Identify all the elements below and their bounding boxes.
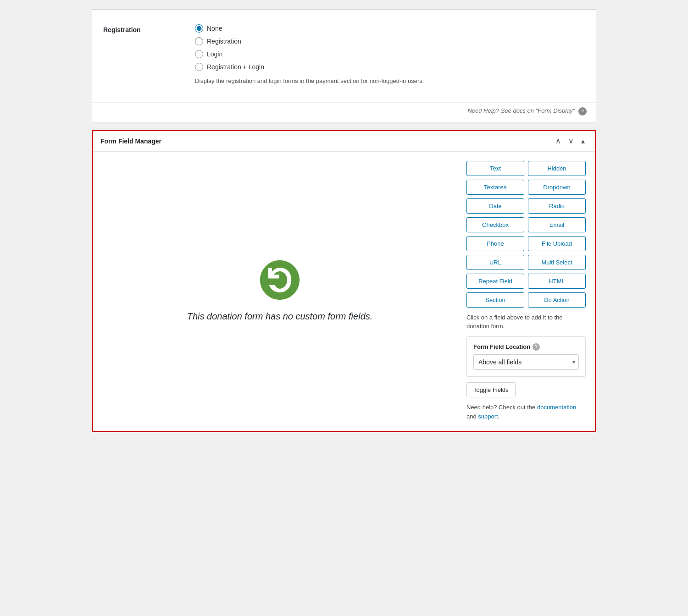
registration-label: Registration xyxy=(103,24,195,33)
ffm-empty-state: This donation form has no custom form fi… xyxy=(102,161,457,422)
givewp-logo xyxy=(259,259,300,301)
location-select-wrapper: Above all fields Below all fields ▾ xyxy=(473,354,579,370)
help-icon[interactable]: ? xyxy=(578,107,587,116)
radio-reg-login-label: Registration + Login xyxy=(207,63,264,71)
radio-reg-login[interactable]: Registration + Login xyxy=(195,63,585,71)
field-btn-multi-select[interactable]: Multi Select xyxy=(528,255,586,270)
field-location-box: Form Field Location ? Above all fields B… xyxy=(466,336,586,377)
field-btn-radio[interactable]: Radio xyxy=(528,198,586,214)
toggle-fields-button[interactable]: Toggle Fields xyxy=(466,382,516,397)
field-btn-do-action[interactable]: Do Action xyxy=(528,292,586,308)
registration-description: Display the registration and login forms… xyxy=(195,77,585,86)
field-btn-phone[interactable]: Phone xyxy=(466,236,524,251)
support-link[interactable]: support xyxy=(478,413,498,420)
field-location-label: Form Field Location ? xyxy=(473,343,579,351)
registration-section: Registration None Registration xyxy=(92,9,596,122)
svg-point-0 xyxy=(260,260,300,300)
field-btn-date[interactable]: Date xyxy=(466,198,524,214)
ffm-title: Form Field Manager xyxy=(100,138,161,145)
ffm-controls: ∧ ∨ ▴ xyxy=(553,137,588,146)
ffm-down-button[interactable]: ∨ xyxy=(566,137,577,146)
field-btn-checkbox[interactable]: Checkbox xyxy=(466,217,524,232)
radio-none-label: None xyxy=(207,25,222,32)
radio-registration-input[interactable] xyxy=(195,37,203,45)
form-field-manager-section: Form Field Manager ∧ ∨ ▴ This donation f… xyxy=(92,130,596,433)
field-btn-html[interactable]: HTML xyxy=(528,274,586,289)
location-help-icon[interactable]: ? xyxy=(533,343,540,351)
field-btn-hidden[interactable]: Hidden xyxy=(528,161,586,176)
field-btn-textarea[interactable]: Textarea xyxy=(466,180,524,195)
field-btn-section[interactable]: Section xyxy=(466,292,524,308)
ffm-body: This donation form has no custom form fi… xyxy=(93,152,595,431)
field-btn-email[interactable]: Email xyxy=(528,217,586,232)
click-instruction: Click on a field above to add it to the … xyxy=(466,313,586,331)
field-btn-dropdown[interactable]: Dropdown xyxy=(528,180,586,195)
location-select[interactable]: Above all fields Below all fields xyxy=(473,354,579,370)
radio-login[interactable]: Login xyxy=(195,50,585,58)
form-display-help: Need Help? See docs on "Form Display" ? xyxy=(92,102,596,122)
empty-state-text: This donation form has no custom form fi… xyxy=(187,310,373,323)
documentation-link[interactable]: documentation xyxy=(537,404,576,411)
registration-field: None Registration Login Registratio xyxy=(195,24,585,86)
ffm-up-button[interactable]: ∧ xyxy=(553,137,564,146)
registration-radio-group: None Registration Login Registratio xyxy=(195,24,585,71)
radio-registration-label: Registration xyxy=(207,38,241,45)
field-btn-repeat-field[interactable]: Repeat Field xyxy=(466,274,524,289)
field-buttons-grid: Text Hidden Textarea Dropdown Date Radio… xyxy=(466,161,586,308)
field-btn-text[interactable]: Text xyxy=(466,161,524,176)
field-btn-url[interactable]: URL xyxy=(466,255,524,270)
radio-reg-login-input[interactable] xyxy=(195,63,203,71)
radio-none-input[interactable] xyxy=(195,24,203,33)
ffm-collapse-button[interactable]: ▴ xyxy=(578,137,588,146)
radio-none[interactable]: None xyxy=(195,24,585,33)
radio-login-input[interactable] xyxy=(195,50,203,58)
radio-registration[interactable]: Registration xyxy=(195,37,585,45)
ffm-header: Form Field Manager ∧ ∨ ▴ xyxy=(93,131,595,152)
ffm-sidebar: Text Hidden Textarea Dropdown Date Radio… xyxy=(466,161,586,422)
ffm-help-text: Need help? Check out the documentation a… xyxy=(466,403,586,422)
radio-login-label: Login xyxy=(207,50,222,58)
field-btn-file-upload[interactable]: File Upload xyxy=(528,236,586,251)
